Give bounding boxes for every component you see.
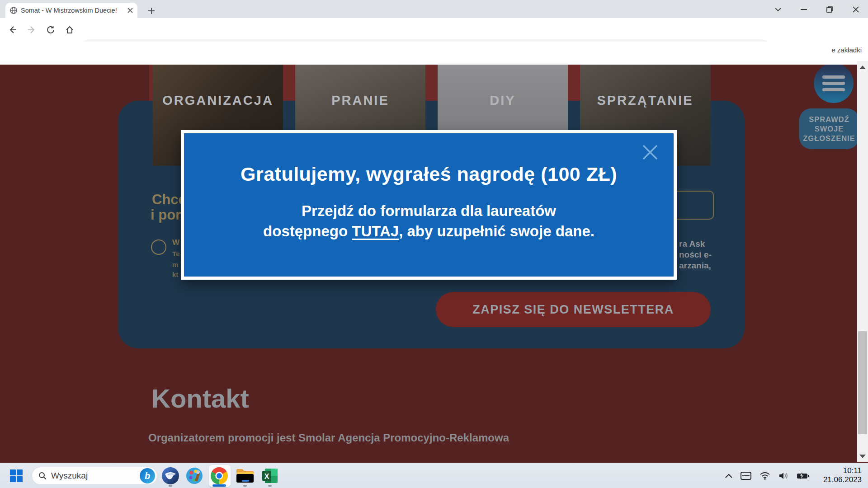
- bookmarks-bar: e zakładki: [0, 42, 868, 65]
- excel-app-icon[interactable]: X: [260, 466, 280, 486]
- consent-text-fragment: W: [172, 238, 179, 247]
- battery-charging-icon[interactable]: [797, 472, 809, 479]
- running-indicator: [243, 485, 247, 487]
- search-placeholder: Wyszukaj: [51, 471, 135, 481]
- system-tray: [725, 466, 809, 486]
- hamburger-menu-button[interactable]: [814, 65, 854, 103]
- bing-icon[interactable]: b: [140, 468, 155, 483]
- modal-close-icon[interactable]: [640, 142, 660, 162]
- svg-text:X: X: [264, 473, 269, 480]
- browser-tab[interactable]: Somat - W Mistrzowskim Duecie!: [5, 3, 137, 18]
- running-indicator: [169, 485, 172, 487]
- prize-modal: Gratulujemy, wygrałeś nagrodę (100 ZŁ) P…: [181, 130, 677, 280]
- search-icon: [38, 472, 47, 480]
- wifi-icon[interactable]: [760, 472, 770, 480]
- scrollbar-up-arrow-icon[interactable]: [859, 66, 866, 69]
- new-tab-button[interactable]: [146, 5, 157, 17]
- clock-time: 10:11: [823, 466, 862, 475]
- organizer-text: Organizatorem promocji jest Smolar Agenc…: [148, 432, 509, 444]
- start-button[interactable]: [10, 469, 23, 482]
- screen: { "browser": { "tab_title": "Somat - W M…: [0, 0, 868, 488]
- browser-toolbar: wmistrzowskimduecie.pl/#dziekujemy B: [0, 18, 868, 42]
- tray-chevron-up-icon[interactable]: [725, 474, 732, 478]
- volume-icon[interactable]: [778, 472, 788, 480]
- other-bookmarks-label[interactable]: e zakładki: [831, 46, 862, 54]
- tutaj-link[interactable]: TUTAJ: [352, 223, 399, 239]
- consent-text-fragment: Te: [172, 250, 179, 258]
- home-button[interactable]: [61, 22, 78, 38]
- clock-date: 21.06.2023: [823, 475, 862, 484]
- consent-radio[interactable]: [151, 239, 166, 255]
- taskbar-clock[interactable]: 10:11 21.06.2023: [823, 466, 862, 484]
- contact-heading: Kontakt: [151, 383, 249, 413]
- consent-text-fragment: arzania,: [679, 261, 711, 271]
- modal-title: Gratulujemy, wygrałeś nagrodę (100 ZŁ): [184, 163, 674, 185]
- chrome-app-icon[interactable]: [209, 466, 229, 486]
- paint-palette-app-icon[interactable]: [184, 466, 204, 486]
- modal-body-line2: dostępnego TUTAJ, aby uzupełnić swoje da…: [184, 221, 674, 241]
- newsletter-submit-button[interactable]: ZAPISZ SIĘ DO NEWSLETTERA: [436, 292, 711, 327]
- consent-text-fragment: ra Ask: [679, 239, 705, 249]
- thunderbird-app-icon[interactable]: [160, 466, 180, 486]
- modal-body-line1: Przejdź do formularza dla laureatów: [184, 201, 674, 221]
- hamburger-icon: [822, 75, 845, 79]
- windows-taskbar: Wyszukaj b X 10:11: [0, 463, 868, 488]
- window-minimize-button[interactable]: [799, 5, 809, 14]
- chrome-active-indicator: [212, 484, 226, 487]
- check-entry-button[interactable]: SPRAWDŹ SWOJE ZGŁOSZENIE: [799, 108, 857, 149]
- scrollbar-thumb[interactable]: [858, 331, 867, 434]
- tab-search-chevron-icon[interactable]: [773, 5, 783, 14]
- windows-logo-icon: [10, 469, 16, 475]
- back-button[interactable]: [5, 22, 21, 38]
- consent-text-fragment: kt: [172, 271, 178, 278]
- forward-button[interactable]: [24, 22, 40, 38]
- window-maximize-button[interactable]: [825, 5, 835, 14]
- page-scrollbar[interactable]: [857, 61, 868, 462]
- window-close-button[interactable]: [851, 5, 861, 14]
- running-indicator: [268, 485, 272, 487]
- scrollbar-down-arrow-icon[interactable]: [859, 455, 866, 458]
- taskbar-search-box[interactable]: Wyszukaj b: [32, 467, 157, 485]
- globe-favicon-icon: [10, 7, 17, 14]
- browser-tab-bar: Somat - W Mistrzowskim Duecie!: [0, 0, 868, 18]
- reload-button[interactable]: [42, 22, 59, 38]
- tab-close-icon[interactable]: [127, 8, 133, 13]
- tab-title: Somat - W Mistrzowskim Duecie!: [21, 7, 124, 14]
- touch-keyboard-icon[interactable]: [741, 472, 751, 480]
- file-explorer-app-icon[interactable]: [235, 466, 255, 486]
- consent-text-fragment: m: [172, 261, 178, 268]
- consent-text-fragment: ności e-: [679, 250, 712, 260]
- modal-body: Przejdź do formularza dla laureatów dost…: [184, 201, 674, 241]
